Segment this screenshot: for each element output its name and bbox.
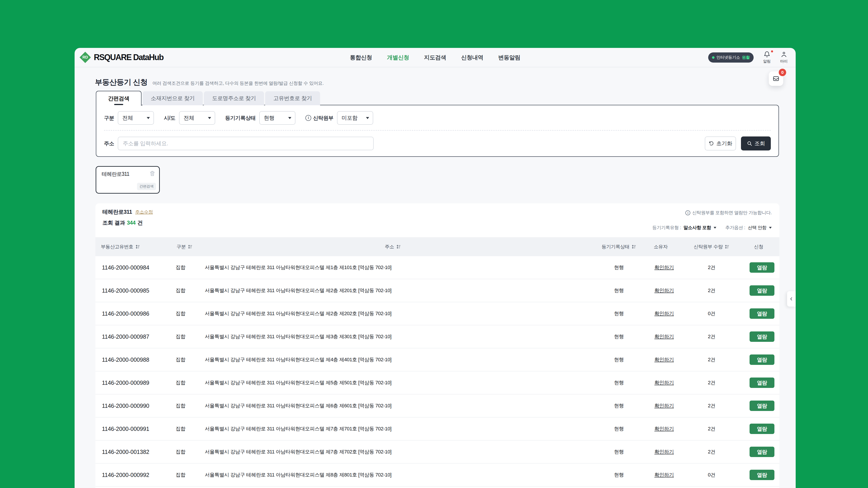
saved-search-card[interactable]: 테헤란로311 간편검색 xyxy=(96,166,160,194)
view-button[interactable]: 열람 xyxy=(749,400,774,411)
notifications-button[interactable]: 알림 xyxy=(763,51,771,64)
search-button[interactable]: 조회 xyxy=(741,136,771,151)
view-button[interactable]: 열람 xyxy=(749,447,774,457)
nav-item[interactable]: 개별신청 xyxy=(387,54,409,61)
user-icon xyxy=(780,51,787,58)
chevron-down-icon xyxy=(366,117,369,119)
bell-icon xyxy=(764,51,770,58)
registry-status-badge: 인터넷등기소 원활 xyxy=(708,53,754,63)
property-address: 서울특별시 강남구 테헤란로 311 아남타워현대오피스텔 제2층 제202호 … xyxy=(198,310,587,317)
owner-check-link[interactable]: 확인하기 xyxy=(654,310,674,317)
action-cell: 열람 xyxy=(745,447,778,457)
owner-check-link[interactable]: 확인하기 xyxy=(654,379,674,386)
sort-icon[interactable] xyxy=(188,244,193,249)
mail-fab-button[interactable]: 0 xyxy=(769,71,783,86)
my-page-button[interactable]: 마이 xyxy=(780,51,787,64)
type-select[interactable]: 전체 xyxy=(118,111,154,125)
chevron-down-icon xyxy=(208,117,211,119)
property-address: 서울특별시 강남구 테헤란로 311 아남타워현대오피스텔 제1층 제101호 … xyxy=(198,264,587,271)
sort-icon[interactable] xyxy=(724,244,730,249)
property-type: 집합 xyxy=(170,402,198,409)
view-button[interactable]: 열람 xyxy=(749,331,774,342)
saved-search-keyword: 테헤란로311 xyxy=(102,170,154,177)
table-header-cell[interactable]: 소유자 xyxy=(651,243,678,250)
table-header-cell[interactable]: 구분 xyxy=(170,243,198,250)
reset-button[interactable]: 초기화 xyxy=(705,136,736,151)
search-filter-panel: 구분 전체 시/도 전체 등기기록상태 현행 i신탁원부 미포함 주소 초기화 xyxy=(96,105,779,157)
owner-check-link[interactable]: 확인하기 xyxy=(654,425,674,432)
owner-check-link[interactable]: 확인하기 xyxy=(654,402,674,409)
trust-count: 0건 xyxy=(678,310,745,317)
action-cell: 열람 xyxy=(745,331,778,342)
owner-cell: 확인하기 xyxy=(651,379,678,386)
trust-notice: i 신탁원부를 포함하면 열람만 가능합니다. xyxy=(685,210,772,216)
record-status: 현행 xyxy=(587,310,651,317)
view-button[interactable]: 열람 xyxy=(749,308,774,319)
search-tab[interactable]: 도로명주소로 찾기 xyxy=(204,91,264,105)
property-address: 서울특별시 강남구 테헤란로 311 아남타워현대오피스텔 제2층 제201호 … xyxy=(198,287,587,294)
trash-icon[interactable] xyxy=(149,170,156,177)
table-header-cell[interactable]: 등기기록상태 xyxy=(587,243,651,250)
view-button[interactable]: 열람 xyxy=(749,262,774,273)
logo-text: RSQUARE DataHub xyxy=(94,53,163,62)
edit-address-link[interactable]: 주소수정 xyxy=(135,209,153,215)
table-header-cell[interactable]: 신청 xyxy=(745,243,778,250)
record-status: 현행 xyxy=(587,356,651,363)
table-header-cell[interactable]: 주소 xyxy=(198,243,587,250)
property-id: 1146-2000-000987 xyxy=(95,333,170,340)
divider xyxy=(104,130,771,131)
record-type-option[interactable]: 등기기록유형 : 말소사항 포함 xyxy=(652,225,716,231)
trust-select[interactable]: 미포함 xyxy=(337,111,373,125)
region-select[interactable]: 전체 xyxy=(179,111,215,125)
record-status: 현행 xyxy=(587,425,651,432)
saved-search-tag: 간편검색 xyxy=(137,183,156,190)
collapse-panel-button[interactable] xyxy=(787,291,796,306)
trust-count: 2건 xyxy=(678,356,745,363)
search-tab[interactable]: 고유번호로 찾기 xyxy=(265,91,320,105)
rsquare-logo-icon: RD xyxy=(80,52,91,63)
address-input[interactable] xyxy=(118,137,374,150)
owner-check-link[interactable]: 확인하기 xyxy=(654,264,674,271)
extra-option[interactable]: 추가옵션 : 선택 안함 xyxy=(725,225,772,231)
reset-icon xyxy=(709,141,714,146)
status-service-label: 인터넷등기소 xyxy=(716,55,740,60)
nav-item[interactable]: 통합신청 xyxy=(350,54,372,61)
trust-count: 2건 xyxy=(678,287,745,294)
nav-item[interactable]: 신청내역 xyxy=(461,54,483,61)
table-header-cell[interactable]: 부동산고유번호 xyxy=(95,243,170,250)
results-section: 테헤란로311 주소수정 조회 결과 344 건 i 신탁원부를 포함하면 열람… xyxy=(95,203,779,488)
action-cell: 열람 xyxy=(745,378,778,388)
owner-cell: 확인하기 xyxy=(651,310,678,317)
owner-cell: 확인하기 xyxy=(651,425,678,432)
view-button[interactable]: 열람 xyxy=(749,470,774,480)
record-status-select[interactable]: 현행 xyxy=(259,111,296,125)
sort-icon[interactable] xyxy=(135,244,140,249)
owner-check-link[interactable]: 확인하기 xyxy=(654,471,674,478)
nav-item[interactable]: 지도검색 xyxy=(424,54,446,61)
table-header-cell[interactable]: 신탁원부 수량 xyxy=(678,243,745,250)
view-button[interactable]: 열람 xyxy=(749,355,774,365)
chevron-down-icon xyxy=(714,227,716,229)
sort-icon[interactable] xyxy=(631,244,636,249)
owner-check-link[interactable]: 확인하기 xyxy=(654,449,674,455)
trust-count: 2건 xyxy=(678,264,745,271)
record-status: 현행 xyxy=(587,333,651,340)
view-button[interactable]: 열람 xyxy=(749,424,774,434)
owner-check-link[interactable]: 확인하기 xyxy=(654,287,674,294)
owner-check-link[interactable]: 확인하기 xyxy=(654,356,674,363)
property-type: 집합 xyxy=(170,333,198,340)
view-button[interactable]: 열람 xyxy=(749,378,774,388)
search-tab[interactable]: 소재지번으로 찾기 xyxy=(143,91,203,105)
owner-check-link[interactable]: 확인하기 xyxy=(654,333,674,340)
app-logo[interactable]: RD RSQUARE DataHub xyxy=(80,52,163,63)
table-row: 1146-2000-000991 집합 서울특별시 강남구 테헤란로 311 아… xyxy=(95,418,779,441)
nav-item[interactable]: 변동알림 xyxy=(498,54,520,61)
trust-count: 2건 xyxy=(678,402,745,409)
sort-icon[interactable] xyxy=(396,244,401,249)
filter-label: i신탁원부 xyxy=(305,115,333,122)
search-tab[interactable]: 간편검색 xyxy=(96,91,142,106)
table-row: 1146-2000-000987 집합 서울특별시 강남구 테헤란로 311 아… xyxy=(95,325,779,348)
action-cell: 열람 xyxy=(745,424,778,434)
view-button[interactable]: 열람 xyxy=(749,285,774,296)
trust-count: 2건 xyxy=(678,333,745,340)
